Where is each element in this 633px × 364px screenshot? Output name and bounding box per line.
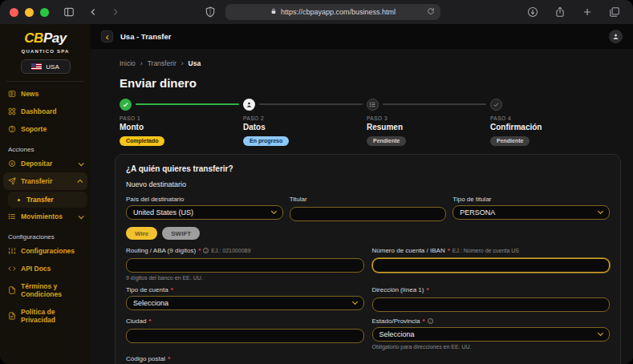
chevron-down-icon [598, 208, 603, 214]
field-account-type: Tipo de cuenta * Selecciona [126, 286, 364, 312]
country-selector-button[interactable]: USA [21, 59, 71, 74]
account-type-select[interactable]: Selecciona [126, 296, 364, 310]
status-badge: Pendiente [367, 136, 406, 146]
step-monto: PASO 1 Monto Completado [120, 98, 243, 146]
step-datos: PASO 2 Datos En progreso [243, 98, 367, 146]
minimize-window-button[interactable] [25, 8, 34, 17]
breadcrumb-separator: › [181, 59, 184, 67]
titular-input[interactable] [290, 207, 447, 221]
lock-icon [270, 8, 277, 16]
sidebar-item-api-docs[interactable]: API Docs [0, 260, 91, 277]
check-icon [120, 99, 132, 111]
sidebar-subitem-transfer[interactable]: Transfer [8, 192, 87, 208]
country-select[interactable]: United States (US) [126, 205, 283, 220]
chevron-down-icon [79, 160, 84, 166]
privacy-shield-icon[interactable] [201, 3, 219, 21]
new-tab-icon[interactable] [578, 3, 596, 21]
account-input[interactable] [372, 258, 611, 273]
sidebar-item-movimientos[interactable]: Movimientos [0, 208, 91, 225]
swift-pill[interactable]: SWIFT [162, 227, 200, 240]
breadcrumb-usa: Usa [189, 59, 201, 67]
user-card-icon [243, 99, 255, 111]
city-input[interactable] [126, 329, 364, 343]
field-address: Dirección (línea 1) * [372, 286, 611, 312]
list-icon [8, 212, 16, 220]
step-confirmacion: PASO 4 Confirmación Pendiente [490, 98, 614, 146]
sidebar-item-depositar[interactable]: Depositar [0, 155, 91, 172]
network-toggle: Wire SWIFT [126, 227, 610, 240]
sidebar-section-acciones: Acciones [8, 146, 83, 153]
page-header-title: Usa - Transfer [120, 32, 171, 41]
field-routing: Routing / ABA (9 dígitos) * iEJ.: 021000… [126, 247, 364, 281]
chevron-down-icon [598, 330, 603, 336]
sidebar-item-terminos[interactable]: Términos y Condiciones [0, 277, 91, 303]
form-subtitle: Nuevo destinatario [126, 180, 610, 188]
dashboard-icon [8, 107, 16, 115]
cbpay-logo: CBPay [0, 30, 91, 47]
status-badge: En progreso [243, 136, 289, 146]
news-icon [8, 90, 16, 98]
address-input[interactable] [372, 297, 611, 312]
breadcrumb: Inicio › Transferir › Usa [120, 59, 609, 67]
wire-pill[interactable]: Wire [126, 227, 157, 240]
summary-list-icon [367, 99, 379, 111]
close-window-button[interactable] [10, 8, 18, 17]
sidebar-item-transferir[interactable]: Transferir [3, 172, 87, 190]
sidebar-section-configuraciones: Configuraciones [8, 233, 83, 241]
sidebar-item-news[interactable]: News [0, 85, 91, 103]
chevron-down-icon [271, 208, 277, 214]
back-icon[interactable] [84, 3, 102, 21]
tab-overview-icon[interactable] [606, 3, 623, 21]
transfer-form-card: ¿A quién quieres transferir? Nuevo desti… [115, 154, 621, 364]
sidebar-toggle-icon[interactable] [60, 3, 78, 21]
chevron-down-icon [79, 213, 84, 219]
status-badge: Pendiente [490, 136, 530, 146]
sidebar-item-configuraciones[interactable]: Configuraciones [0, 242, 91, 260]
sidebar-item-soporte[interactable]: Soporte [0, 120, 91, 138]
stepper: PASO 1 Monto Completado PASO 2 Datos En … [120, 98, 615, 146]
code-icon [8, 265, 16, 273]
document-icon [8, 312, 16, 320]
step-connector [259, 103, 363, 105]
breadcrumb-separator: › [140, 59, 143, 67]
url-text: https://cbpayapp.com/business.html [281, 8, 396, 16]
tipo-titular-select[interactable]: PERSONA [452, 205, 610, 220]
routing-helper: 9 dígitos del banco en EE. UU. [126, 275, 364, 281]
chevron-down-icon [351, 299, 357, 305]
page-header: Usa - Transfer [91, 24, 633, 49]
form-question: ¿A quién quieres transferir? [126, 164, 610, 173]
step-resumen: PASO 3 Resumen Pendiente [367, 98, 490, 146]
field-postal: Código postal * [126, 355, 364, 364]
zoom-window-button[interactable] [40, 8, 49, 17]
state-select[interactable]: Selecciona [372, 327, 611, 342]
state-helper: Obligatorio para direcciones en EE. UU. [372, 344, 611, 350]
check-outline-icon [490, 99, 502, 111]
field-titular: Titular [290, 196, 447, 221]
back-button[interactable] [101, 30, 113, 42]
breadcrumb-transferir[interactable]: Transferir [148, 59, 177, 67]
step-connector [383, 103, 486, 105]
window-controls [10, 8, 49, 17]
sidebar-divider [6, 81, 84, 82]
forward-icon[interactable] [107, 3, 124, 21]
field-tipo-titular: Tipo de titular PERSONA [452, 196, 610, 221]
share-icon[interactable] [551, 3, 569, 21]
step-connector [136, 103, 239, 105]
sidebar-item-dashboard[interactable]: Dashboard [0, 103, 91, 120]
info-icon: i [203, 248, 209, 253]
user-avatar[interactable] [609, 30, 623, 43]
chevron-left-icon [105, 34, 110, 39]
info-icon: i [428, 318, 433, 324]
chevron-up-icon [77, 179, 83, 184]
downloads-icon[interactable] [524, 3, 542, 21]
sidebar-item-privacidad[interactable]: Política de Privacidad [0, 303, 91, 329]
sidebar: CBPay QUANTICO SPA USA News Dashboard [0, 24, 91, 364]
field-country: País del destinatario United States (US) [126, 196, 283, 221]
routing-input[interactable] [126, 258, 364, 273]
reload-icon[interactable] [427, 7, 435, 17]
breadcrumb-inicio[interactable]: Inicio [120, 59, 136, 67]
bullet-icon [18, 199, 20, 201]
send-icon [8, 177, 16, 185]
field-account: Número de cuenta / IBAN * EJ.: Número de… [372, 247, 611, 281]
address-bar[interactable]: https://cbpayapp.com/business.html [225, 4, 440, 20]
